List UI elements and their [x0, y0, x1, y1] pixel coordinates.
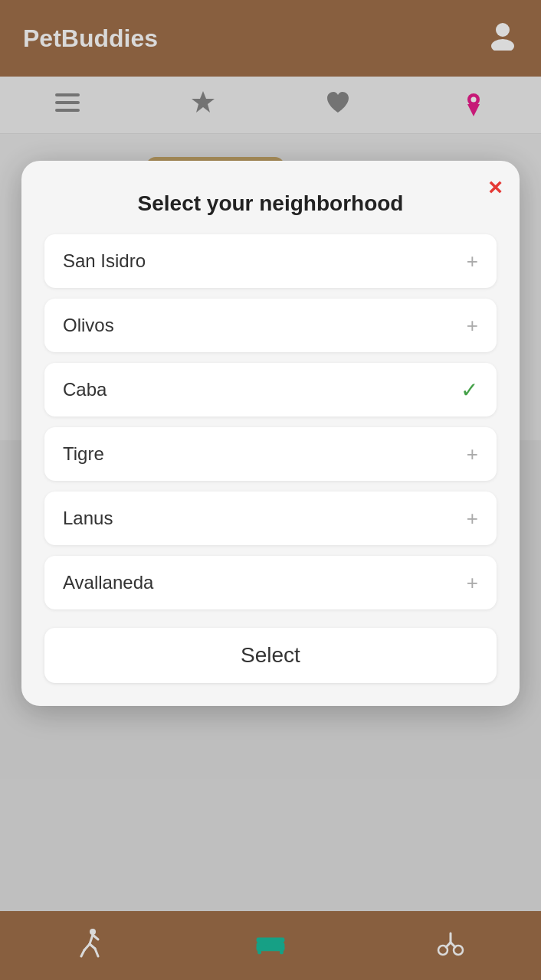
neighborhood-item-caba[interactable]: Caba ✓: [44, 363, 497, 416]
add-icon-olivos: +: [467, 314, 478, 338]
neighborhood-name-lanus: Lanus: [63, 508, 113, 529]
close-button[interactable]: ×: [488, 175, 503, 199]
add-icon-lanus: +: [467, 507, 478, 531]
neighborhood-item-olivos[interactable]: Olivos +: [44, 299, 497, 352]
neighborhood-name-tigre: Tigre: [63, 443, 104, 465]
add-icon-san-isidro: +: [467, 250, 478, 273]
neighborhood-list: San Isidro + Olivos + Caba ✓ Tigre + Lan…: [44, 234, 497, 609]
neighborhood-name-avallaneda: Avallaneda: [63, 572, 153, 593]
neighborhood-item-avallaneda[interactable]: Avallaneda +: [44, 556, 497, 609]
add-icon-avallaneda: +: [467, 571, 478, 595]
neighborhood-name-caba: Caba: [63, 379, 107, 400]
neighborhood-name-san-isidro: San Isidro: [63, 250, 146, 272]
check-icon-caba: ✓: [461, 377, 478, 403]
neighborhood-item-lanus[interactable]: Lanus +: [44, 492, 497, 545]
neighborhood-modal: × Select your neighborhood San Isidro + …: [21, 161, 520, 706]
neighborhood-item-san-isidro[interactable]: San Isidro +: [44, 234, 497, 288]
modal-title: Select your neighborhood: [44, 191, 497, 216]
add-icon-tigre: +: [467, 443, 478, 466]
select-button[interactable]: Select: [44, 628, 497, 683]
neighborhood-item-tigre[interactable]: Tigre +: [44, 427, 497, 481]
neighborhood-name-olivos: Olivos: [63, 315, 114, 336]
